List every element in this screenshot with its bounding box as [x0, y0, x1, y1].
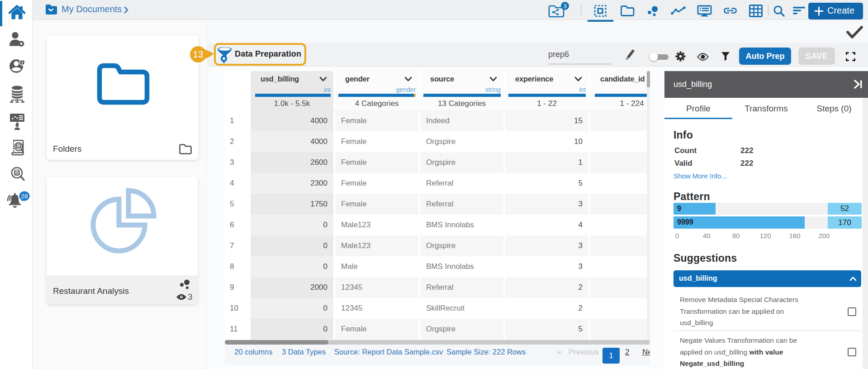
svg-text:28: 28 [21, 193, 28, 200]
svg-text:3: 3 [563, 3, 566, 10]
